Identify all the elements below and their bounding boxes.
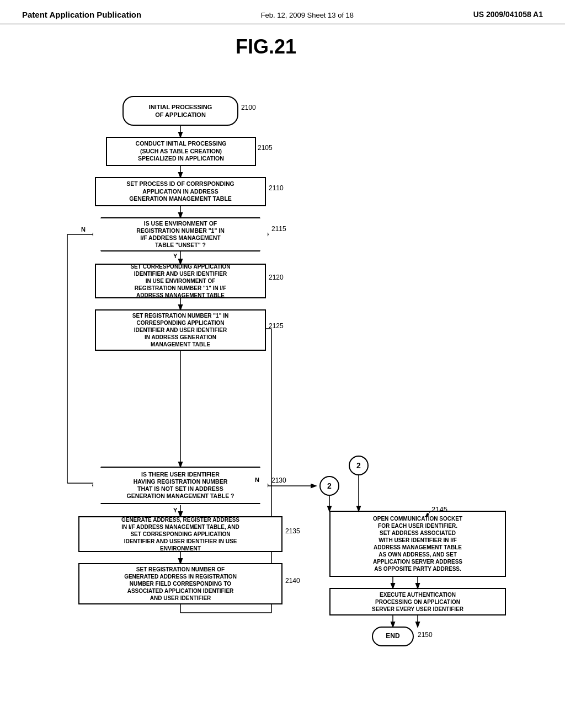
- node-2130-container: IS THERE USER IDENTIFIER HAVING REGISTRA…: [92, 467, 269, 505]
- ref-2120: 2120: [269, 274, 284, 281]
- node-2115-container: IS USE ENVIRONMENT OF REGISTRATION NUMBE…: [92, 217, 269, 253]
- ref-2125: 2125: [269, 322, 284, 330]
- node-2130-text: IS THERE USER IDENTIFIER HAVING REGISTRA…: [92, 467, 269, 504]
- node-end: END: [372, 627, 414, 646]
- node-2145: OPEN COMMUNICATION SOCKET FOR EACH USER …: [329, 511, 506, 577]
- node-2140: SET REGISTRATION NUMBER OF GENERATED ADD…: [78, 563, 282, 604]
- page-header: Patent Application Publication Feb. 12, …: [0, 0, 565, 24]
- node-2146: EXECUTE AUTHENTICATION PROCESSING ON APP…: [329, 588, 506, 615]
- label-y-2130: Y: [173, 507, 177, 513]
- node-2100: INITIAL PROCESSING OF APPLICATION: [122, 96, 238, 126]
- node-2110: SET PROCESS ID OF CORRSPONDING APPLICATI…: [95, 177, 266, 206]
- ref-2130: 2130: [271, 477, 286, 484]
- fig-title: FIG.21: [0, 35, 532, 58]
- label-n-2130: N: [255, 477, 259, 483]
- ref-2105: 2105: [258, 144, 273, 152]
- label-y-2115: Y: [173, 253, 177, 259]
- ref-2150: 2150: [418, 631, 433, 639]
- connector-2-right-circle: 2: [356, 461, 361, 470]
- node-2125: SET REGISTRATION NUMBER "1" IN CORRESPON…: [95, 309, 266, 351]
- node-2105: CONDUCT INITIAL PROCESSING (SUCH AS TABL…: [106, 137, 256, 166]
- ref-2115: 2115: [271, 225, 286, 233]
- header-center: Feb. 12, 2009 Sheet 13 of 18: [261, 11, 354, 19]
- ref-2140: 2140: [285, 577, 300, 585]
- header-right: US 2009/041058 A1: [473, 10, 543, 19]
- node-2115-text: IS USE ENVIRONMENT OF REGISTRATION NUMBE…: [92, 217, 269, 251]
- label-n-2115: N: [81, 226, 86, 233]
- ref-2135: 2135: [285, 527, 300, 535]
- diagram-area: FIG.21: [0, 24, 565, 715]
- node-2135: GENERATE ADDRESS, REGISTER ADDRESS IN I/…: [78, 516, 282, 552]
- ref-2100: 2100: [241, 104, 256, 111]
- connector-2-left: 2: [319, 476, 339, 496]
- ref-2110: 2110: [269, 184, 284, 192]
- header-left: Patent Application Publication: [22, 10, 141, 19]
- node-2120: SET CORRESPONDING APPLICATION IDENTIFIER…: [95, 264, 266, 298]
